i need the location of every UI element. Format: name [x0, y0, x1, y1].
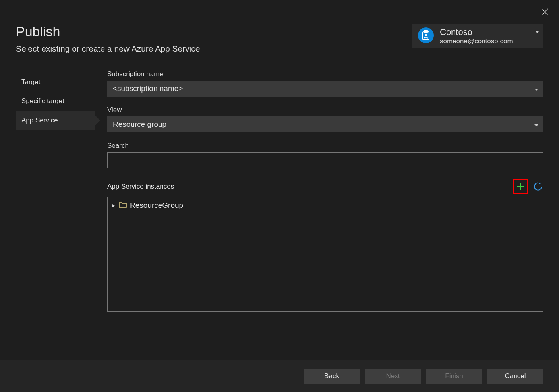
next-button[interactable]: Next — [365, 369, 421, 384]
subscription-dropdown[interactable]: <subscription name> — [107, 81, 543, 97]
cancel-button[interactable]: Cancel — [487, 369, 543, 384]
dialog-subtitle: Select existing or create a new Azure Ap… — [16, 44, 200, 54]
folder-icon — [119, 201, 127, 210]
step-target[interactable]: Target — [16, 73, 95, 92]
search-input[interactable] — [112, 156, 539, 164]
account-picker[interactable]: Contoso someone@contoso.com — [412, 24, 543, 48]
finish-button[interactable]: Finish — [426, 369, 482, 384]
instances-tree[interactable]: ResourceGroup — [107, 197, 543, 312]
dialog-title: Publish — [16, 24, 200, 39]
step-app-service[interactable]: App Service — [16, 111, 95, 130]
instances-actions — [513, 179, 543, 194]
button-label: Cancel — [505, 372, 526, 380]
wizard-steps: Target Specific target App Service — [16, 70, 95, 360]
step-label: Target — [21, 78, 40, 86]
header: Publish Select existing or create a new … — [0, 0, 559, 54]
button-label: Back — [324, 372, 339, 380]
title-block: Publish Select existing or create a new … — [16, 24, 200, 54]
chevron-down-icon — [535, 28, 539, 35]
subscription-value: <subscription name> — [113, 84, 183, 93]
back-button[interactable]: Back — [304, 369, 360, 384]
dialog-body: Target Specific target App Service Subsc… — [0, 54, 559, 360]
account-email: someone@contoso.com — [440, 37, 513, 45]
button-label: Finish — [445, 372, 463, 380]
tree-item-label: ResourceGroup — [130, 201, 183, 210]
expander-icon[interactable] — [112, 201, 116, 210]
subscription-label: Subscription name — [107, 70, 543, 78]
account-name: Contoso — [440, 27, 513, 37]
step-label: App Service — [21, 116, 58, 124]
view-dropdown[interactable]: Resource group — [107, 116, 543, 132]
close-button[interactable] — [541, 8, 549, 17]
step-label: Specific target — [21, 97, 64, 105]
search-label: Search — [107, 142, 543, 150]
step-specific-target[interactable]: Specific target — [16, 92, 95, 111]
form-panel: Subscription name <subscription name> Vi… — [107, 70, 543, 360]
svg-point-5 — [425, 34, 427, 36]
add-instance-button[interactable] — [513, 179, 528, 194]
chevron-down-icon — [534, 120, 538, 129]
tree-item-resourcegroup[interactable]: ResourceGroup — [112, 201, 539, 210]
publish-dialog: Publish Select existing or create a new … — [0, 0, 559, 392]
badge-icon — [418, 27, 434, 45]
refresh-button[interactable] — [533, 182, 543, 192]
chevron-down-icon — [534, 84, 538, 93]
instances-label: App Service instances — [107, 183, 174, 191]
button-label: Next — [386, 372, 400, 380]
view-value: Resource group — [113, 120, 166, 129]
account-text: Contoso someone@contoso.com — [440, 27, 513, 45]
view-label: View — [107, 106, 543, 114]
instances-header: App Service instances — [107, 179, 543, 194]
dialog-footer: Back Next Finish Cancel — [0, 360, 559, 392]
search-input-wrapper[interactable] — [107, 152, 543, 168]
